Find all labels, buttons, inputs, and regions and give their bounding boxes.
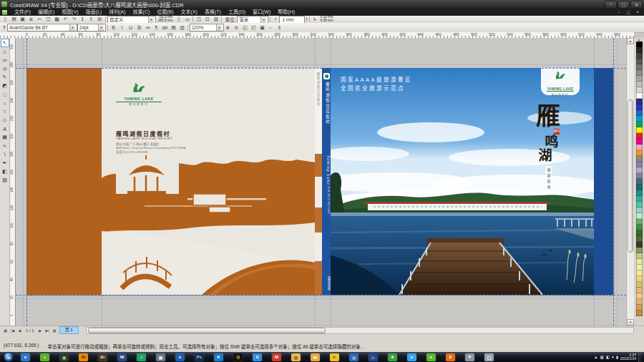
taskbar-ie-icon[interactable]: e bbox=[21, 353, 30, 361]
color-swatch[interactable] bbox=[636, 190, 643, 196]
color-swatch[interactable] bbox=[636, 110, 643, 116]
pick-tool[interactable]: ↖ bbox=[1, 39, 9, 47]
color-swatch[interactable] bbox=[636, 133, 643, 139]
color-swatch[interactable] bbox=[636, 288, 643, 293]
zoom-tool[interactable]: ◎ bbox=[1, 64, 9, 73]
taskbar-qq-icon[interactable]: Q bbox=[233, 353, 243, 361]
color-swatch[interactable] bbox=[636, 179, 643, 185]
color-swatch[interactable] bbox=[636, 213, 643, 219]
color-swatch[interactable] bbox=[636, 242, 643, 248]
taskbar-360safe-icon[interactable]: + bbox=[40, 353, 49, 361]
taskbar-notepad-icon[interactable]: ▢ bbox=[484, 353, 494, 361]
menu-item[interactable]: 帮助(H) bbox=[274, 9, 298, 16]
horizontal-text-icon[interactable]: ▤ bbox=[170, 24, 177, 31]
cut-icon[interactable]: ✂ bbox=[36, 16, 44, 23]
import-icon[interactable]: ↧ bbox=[79, 16, 87, 23]
color-swatch[interactable] bbox=[636, 156, 643, 162]
interactive-blend-tool[interactable]: ∿ bbox=[1, 142, 9, 150]
page-options-icon[interactable]: ▥ bbox=[212, 16, 220, 23]
menu-item[interactable]: 编辑(E) bbox=[34, 9, 58, 16]
color-swatch[interactable] bbox=[636, 76, 643, 82]
first-page-button[interactable]: |◀ bbox=[9, 327, 16, 333]
color-swatch[interactable] bbox=[636, 47, 643, 53]
taskbar-qqmusic-icon[interactable]: ♫ bbox=[137, 353, 146, 361]
color-swatch[interactable] bbox=[636, 162, 643, 167]
page-menu-button[interactable]: ▦ bbox=[52, 327, 58, 333]
zoom-width-icon[interactable]: ⇔ bbox=[267, 24, 275, 31]
doc-minimize-button[interactable]: – bbox=[615, 10, 623, 14]
save-icon[interactable]: ▣ bbox=[19, 16, 26, 23]
scroll-down-icon[interactable]: ▼ bbox=[627, 319, 634, 326]
color-swatch[interactable] bbox=[636, 196, 643, 202]
taskbar-player-icon[interactable]: ▶ bbox=[369, 353, 378, 361]
close-button[interactable]: ✕ bbox=[630, 1, 643, 9]
tray-icon[interactable]: ▲ bbox=[594, 355, 597, 359]
menu-item[interactable]: 工具(O) bbox=[225, 9, 249, 16]
color-swatch[interactable] bbox=[636, 259, 643, 265]
nudge-stepper[interactable]: ▲▼ bbox=[306, 17, 308, 22]
color-swatch[interactable] bbox=[636, 202, 643, 207]
color-swatch[interactable] bbox=[636, 70, 643, 76]
units-combo[interactable]: 毫米▾ bbox=[237, 16, 268, 24]
color-swatch[interactable] bbox=[636, 139, 643, 145]
taskbar-sogou-pinyin-icon[interactable]: 9 bbox=[446, 353, 455, 361]
color-swatch[interactable] bbox=[636, 265, 643, 270]
horizontal-scrollbar[interactable] bbox=[86, 327, 634, 334]
doc-close-button[interactable]: ✕ bbox=[633, 10, 642, 14]
color-swatch[interactable] bbox=[636, 150, 643, 156]
vertical-scrollbar[interactable]: ▲ ▼ bbox=[626, 38, 634, 326]
doc-restore-button[interactable]: ▢ bbox=[624, 10, 633, 14]
zoom-out-icon[interactable]: ⊖ bbox=[233, 24, 240, 31]
ellipse-tool[interactable]: ○ bbox=[1, 99, 9, 107]
app-launcher-icon[interactable]: ⊞ bbox=[96, 16, 104, 23]
add-page-button[interactable]: ▦ bbox=[2, 327, 9, 333]
redo-icon[interactable]: ↷ bbox=[70, 16, 78, 23]
paper-size-fields[interactable]: 750.0 mm 265.5 mm bbox=[158, 16, 172, 23]
taskbar-word-icon[interactable]: W bbox=[117, 353, 127, 361]
color-swatch[interactable] bbox=[636, 310, 643, 316]
page-tab[interactable]: 页 1 bbox=[59, 326, 79, 334]
copy-icon[interactable]: ◫ bbox=[44, 16, 52, 23]
color-swatch[interactable] bbox=[636, 59, 643, 64]
color-swatch[interactable] bbox=[636, 167, 643, 173]
new-document-icon[interactable]: ▯ bbox=[1, 16, 9, 23]
show-desktop-button[interactable] bbox=[638, 352, 642, 362]
color-swatch[interactable] bbox=[636, 230, 643, 236]
maximize-button[interactable]: ▢ bbox=[618, 1, 630, 9]
tray-icon[interactable]: ▮ bbox=[616, 355, 618, 359]
color-swatch[interactable] bbox=[636, 207, 643, 213]
color-swatch[interactable] bbox=[636, 53, 643, 59]
print-icon[interactable]: ≣ bbox=[27, 16, 35, 23]
vertical-scroll-thumb[interactable] bbox=[628, 99, 633, 253]
paste-icon[interactable]: ▩ bbox=[53, 16, 61, 23]
color-swatch[interactable] bbox=[636, 219, 643, 225]
color-swatch[interactable] bbox=[636, 99, 643, 104]
underline-button[interactable]: U bbox=[127, 24, 135, 31]
drawing-canvas[interactable]: YAMING LAKE 假日度假村 雁鸣湖假日度假村 YAMING LAKE H… bbox=[16, 38, 626, 326]
shape-tool[interactable]: △ bbox=[1, 47, 9, 56]
align-icon[interactable]: ☰ bbox=[135, 24, 143, 31]
outline-pen-tool[interactable]: ✒ bbox=[1, 159, 9, 167]
portrait-icon[interactable]: ▯ bbox=[175, 16, 182, 23]
italic-button[interactable]: I bbox=[118, 24, 126, 31]
taskbar-clock[interactable]: 1:37 2013/1/14 bbox=[620, 353, 636, 361]
zoom-selected-icon[interactable]: ◱ bbox=[241, 24, 249, 31]
basic-shapes-tool[interactable]: ◇ bbox=[1, 116, 9, 124]
edit-text-icon[interactable]: ab bbox=[161, 24, 169, 31]
current-page-icon[interactable]: ⊡ bbox=[203, 16, 211, 23]
menu-item[interactable]: 视图(V) bbox=[58, 9, 82, 16]
menu-item[interactable]: 版面(L) bbox=[82, 9, 106, 16]
smart-fill-tool[interactable]: ◩ bbox=[1, 82, 9, 90]
taskbar-ie2-icon[interactable]: e bbox=[407, 353, 416, 361]
fill-tool[interactable]: ◧ bbox=[1, 167, 9, 176]
start-button[interactable]: ⊞ bbox=[4, 352, 14, 362]
font-combo[interactable]: AvantGarde Bk BT▾ bbox=[7, 24, 77, 31]
taskbar-browser-globe-icon[interactable]: ◎ bbox=[349, 353, 358, 361]
tray-icon[interactable]: ◧ bbox=[606, 355, 610, 359]
paper-preset-combo[interactable]: 自定义▾ bbox=[107, 16, 156, 24]
menu-item[interactable]: 文本(X) bbox=[177, 9, 201, 16]
bullet-list-icon[interactable]: ≔ bbox=[144, 24, 152, 31]
color-swatch[interactable] bbox=[636, 236, 643, 242]
landscape-icon[interactable]: ▭ bbox=[183, 16, 191, 23]
color-swatch[interactable] bbox=[636, 276, 643, 282]
